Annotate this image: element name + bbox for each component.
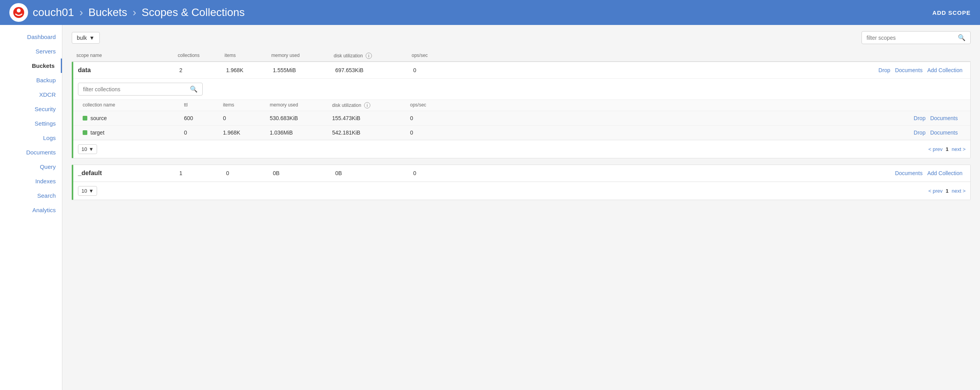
sidebar-item-dashboard[interactable]: Dashboard bbox=[0, 30, 62, 44]
bulk-chevron-icon: ▼ bbox=[89, 35, 95, 41]
sidebar-item-settings[interactable]: Settings bbox=[0, 116, 62, 131]
col-header-memory: memory used bbox=[270, 102, 332, 108]
scope-data-ops: 0 bbox=[413, 67, 460, 73]
sidebar-item-backup[interactable]: Backup bbox=[0, 73, 62, 87]
filter-collections-input[interactable] bbox=[83, 86, 190, 92]
sidebar-item-indexes[interactable]: Indexes bbox=[0, 174, 62, 188]
breadcrumb: couch01 › Buckets › Scopes & Collections bbox=[33, 6, 245, 19]
scope-name-data: data bbox=[78, 67, 179, 74]
collection-target-memory: 1.036MiB bbox=[270, 129, 332, 136]
scope-default-pagination-row: 10 ▼ < prev 1 next > bbox=[73, 182, 970, 200]
couchbase-logo bbox=[9, 3, 28, 22]
sidebar-item-analytics[interactable]: Analytics bbox=[0, 203, 62, 217]
collection-target-name: target bbox=[90, 129, 104, 136]
per-page-select-data[interactable]: 10 ▼ bbox=[78, 144, 97, 154]
sidebar-item-xdcr[interactable]: XDCR bbox=[0, 87, 62, 102]
scope-default-memory: 0B bbox=[273, 170, 335, 176]
scope-data-memory: 1.555MiB bbox=[273, 67, 335, 73]
collection-status-indicator bbox=[83, 116, 87, 121]
collection-target-actions: Drop Documents bbox=[449, 129, 961, 136]
table-row: source 600 0 530.683KiB 155.473KiB 0 Dro… bbox=[73, 111, 970, 126]
per-page-value: 10 bbox=[81, 146, 87, 152]
collection-source-name-cell: source bbox=[83, 115, 184, 121]
scope-data-drop-button[interactable]: Drop bbox=[879, 67, 890, 73]
bulk-dropdown[interactable]: bulk ▼ bbox=[72, 32, 100, 44]
per-page-select-default[interactable]: 10 ▼ bbox=[78, 186, 97, 196]
col-disk-util-info-icon[interactable]: i bbox=[364, 102, 370, 108]
scope-data-items: 1.968K bbox=[226, 67, 273, 73]
disk-util-info-icon[interactable]: i bbox=[366, 53, 372, 59]
collection-source-memory: 530.683KiB bbox=[270, 115, 332, 121]
col-header-disk: disk utilization i bbox=[332, 102, 410, 108]
collection-status-indicator bbox=[83, 130, 87, 135]
pagination-nav-default: < prev 1 next > bbox=[928, 188, 966, 194]
collection-source-documents-button[interactable]: Documents bbox=[930, 115, 958, 121]
table-row: target 0 1.968K 1.036MiB 542.181KiB 0 Dr… bbox=[73, 126, 970, 140]
scope-default-add-collection-button[interactable]: Add Collection bbox=[927, 170, 962, 176]
scope-default-items: 0 bbox=[226, 170, 273, 176]
scope-data-collections: 2 bbox=[179, 67, 226, 73]
collection-target-name-cell: target bbox=[83, 129, 184, 136]
main-layout: Dashboard Servers Buckets Backup XDCR Se… bbox=[0, 25, 980, 390]
add-scope-button[interactable]: ADD SCOPE bbox=[932, 9, 971, 16]
header: couch01 › Buckets › Scopes & Collections… bbox=[0, 0, 980, 25]
scope-header-disk-utilization: disk utilization i bbox=[334, 53, 412, 59]
collection-target-drop-button[interactable]: Drop bbox=[914, 129, 925, 136]
collection-source-ttl: 600 bbox=[184, 115, 223, 121]
scope-name-default: _default bbox=[78, 170, 179, 177]
sidebar-item-security[interactable]: Security bbox=[0, 102, 62, 116]
sidebar-item-logs[interactable]: Logs bbox=[0, 131, 62, 145]
scope-header-name: scope name bbox=[76, 53, 178, 59]
filter-scopes-input[interactable] bbox=[867, 35, 958, 41]
scope-default-actions: Documents Add Collection bbox=[460, 170, 966, 176]
scope-block-default: _default 1 0 0B 0B 0 Documents Add Colle… bbox=[72, 165, 971, 200]
next-page-button[interactable]: next > bbox=[952, 146, 966, 152]
scope-data-disk: 697.653KiB bbox=[335, 67, 413, 73]
collection-source-disk: 155.473KiB bbox=[332, 115, 410, 121]
sidebar-item-documents[interactable]: Documents bbox=[0, 145, 62, 160]
main-content: bulk ▼ 🔍 scope name collections items me… bbox=[62, 25, 980, 390]
scope-row-data: data 2 1.968K 1.555MiB 697.653KiB 0 Drop… bbox=[73, 62, 970, 79]
filter-collections-container: 🔍 bbox=[78, 83, 203, 96]
collection-source-actions: Drop Documents bbox=[449, 115, 961, 121]
prev-page-button[interactable]: < prev bbox=[928, 146, 943, 152]
collection-source-items: 0 bbox=[223, 115, 270, 121]
scope-row-default: _default 1 0 0B 0B 0 Documents Add Colle… bbox=[73, 165, 970, 182]
collection-target-documents-button[interactable]: Documents bbox=[930, 129, 958, 136]
collection-headers: collection name ttl items memory used di… bbox=[73, 100, 970, 111]
sidebar-item-servers[interactable]: Servers bbox=[0, 44, 62, 58]
scope-data-documents-button[interactable]: Documents bbox=[895, 67, 923, 73]
scope-header-items: items bbox=[225, 53, 271, 59]
scope-default-disk: 0B bbox=[335, 170, 413, 176]
sidebar-item-query[interactable]: Query bbox=[0, 160, 62, 174]
prev-page-button-default[interactable]: < prev bbox=[928, 188, 943, 194]
collection-target-ops: 0 bbox=[410, 129, 449, 136]
sidebar-item-buckets[interactable]: Buckets bbox=[0, 58, 62, 73]
scope-header-collections: collections bbox=[178, 53, 225, 59]
next-page-button-default[interactable]: next > bbox=[952, 188, 966, 194]
scope-data-add-collection-button[interactable]: Add Collection bbox=[927, 67, 962, 73]
collection-source-ops: 0 bbox=[410, 115, 449, 121]
per-page-chevron-icon: ▼ bbox=[88, 146, 94, 152]
header-left: couch01 › Buckets › Scopes & Collections bbox=[9, 3, 245, 22]
scope-data-actions: Drop Documents Add Collection bbox=[460, 67, 966, 73]
collection-target-disk: 542.181KiB bbox=[332, 129, 410, 136]
scope-data-pagination-row: 10 ▼ < prev 1 next > bbox=[73, 140, 970, 158]
current-page-indicator-default: 1 bbox=[946, 188, 948, 194]
col-header-actions bbox=[449, 102, 961, 108]
col-header-ttl: ttl bbox=[184, 102, 223, 108]
col-header-name: collection name bbox=[83, 102, 184, 108]
scope-header-ops: ops/sec bbox=[412, 53, 458, 59]
filter-scopes-container: 🔍 bbox=[861, 31, 971, 44]
scope-default-collections: 1 bbox=[179, 170, 226, 176]
per-page-chevron-icon-default: ▼ bbox=[88, 188, 94, 194]
toolbar-row: bulk ▼ 🔍 bbox=[72, 31, 971, 44]
scope-default-documents-button[interactable]: Documents bbox=[895, 170, 923, 176]
current-page-indicator: 1 bbox=[946, 146, 948, 152]
pagination-nav-data: < prev 1 next > bbox=[928, 146, 966, 152]
col-header-items: items bbox=[223, 102, 270, 108]
sidebar-item-search[interactable]: Search bbox=[0, 188, 62, 203]
scope-column-headers: scope name collections items memory used… bbox=[72, 50, 971, 62]
collection-source-drop-button[interactable]: Drop bbox=[914, 115, 925, 121]
sidebar: Dashboard Servers Buckets Backup XDCR Se… bbox=[0, 25, 62, 390]
